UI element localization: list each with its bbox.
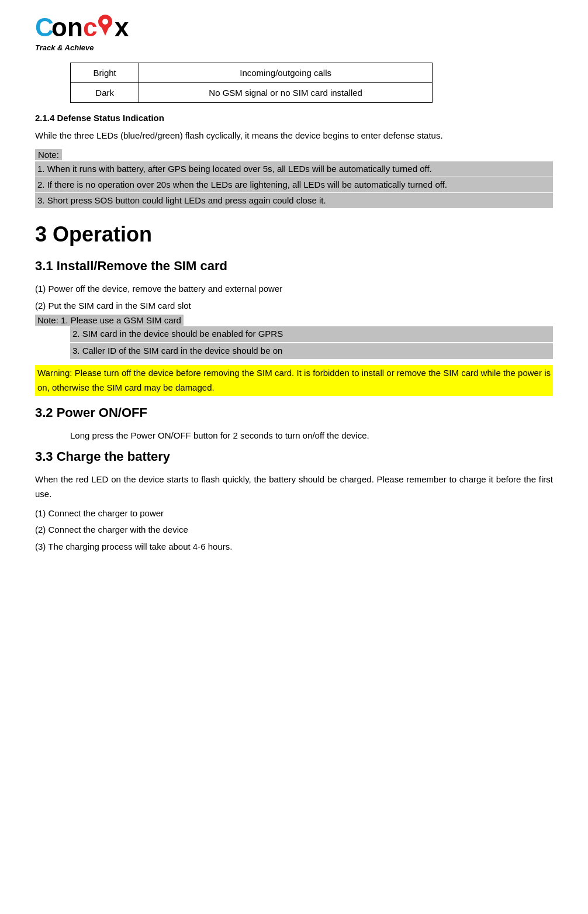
- svg-text:on: on: [51, 13, 83, 42]
- sim-warning: Warning: Please turn off the device befo…: [35, 365, 553, 396]
- charge-step-2: (2) Connect the charger with the device: [35, 523, 553, 537]
- section-214-body: While the three LEDs (blue/red/green) fl…: [35, 129, 553, 143]
- table-cell-incoming: Incoming/outgoing calls: [139, 63, 433, 83]
- section-33-title: 3.3 Charge the battery: [35, 449, 553, 464]
- header: C on c x Track & Achieve: [35, 12, 553, 52]
- table-cell-no-gsm: No GSM signal or no SIM card installed: [139, 83, 433, 103]
- sim-note-1-line: Note: 1. Please use a GSM SIM card: [35, 315, 553, 325]
- section-31-step-1: (1) Power off the device, remove the bat…: [35, 282, 553, 296]
- logo-icon: C on c x: [35, 12, 164, 42]
- section-32-body: Long press the Power ON/OFF button for 2…: [35, 429, 553, 443]
- section-33-body: When the red LED on the device starts to…: [35, 472, 553, 502]
- svg-text:C: C: [35, 13, 54, 42]
- note-item-1: 1. When it runs with battery, after GPS …: [35, 161, 553, 177]
- section-31-title: 3.1 Install/Remove the SIM card: [35, 258, 553, 274]
- led-status-table: Bright Incoming/outgoing calls Dark No G…: [70, 63, 433, 103]
- table-cell-dark: Dark: [71, 83, 139, 103]
- chapter-3-title: 3 Operation: [35, 222, 553, 247]
- svg-text:c: c: [83, 13, 97, 42]
- sim-note-2: 2. SIM card in the device should be enab…: [70, 326, 553, 342]
- sim-note-3-line: 3. Caller ID of the SIM card in the devi…: [35, 343, 553, 359]
- section-214: 2.1.4 Defense Status Indication While th…: [35, 111, 553, 143]
- svg-point-4: [102, 19, 108, 25]
- table-row: Bright Incoming/outgoing calls: [71, 63, 433, 83]
- sim-note-3: 3. Caller ID of the SIM card in the devi…: [70, 343, 553, 359]
- note-label: Note:: [35, 149, 62, 160]
- charge-step-1: (1) Connect the charger to power: [35, 506, 553, 521]
- table-row: Dark No GSM signal or no SIM card instal…: [71, 83, 433, 103]
- note-section: Note: 1. When it runs with battery, afte…: [35, 149, 553, 208]
- logo-container: C on c x Track & Achieve: [35, 12, 164, 52]
- note-item-3: 3. Short press SOS button could light LE…: [35, 193, 553, 208]
- section-32-title: 3.2 Power ON/OFF: [35, 405, 553, 420]
- sim-note-1: Note: 1. Please use a GSM SIM card: [35, 315, 184, 326]
- note-item-2: 2. If there is no operation over 20s whe…: [35, 177, 553, 192]
- sim-note-2-line: 2. SIM card in the device should be enab…: [35, 326, 553, 342]
- section-214-title: 2.1.4 Defense Status Indication: [35, 111, 553, 125]
- svg-text:x: x: [115, 13, 129, 42]
- tagline: Track & Achieve: [35, 43, 94, 52]
- logo-svg: C on c x: [35, 12, 164, 42]
- section-31-step-2: (2) Put the SIM card in the SIM card slo…: [35, 299, 553, 313]
- svg-marker-5: [101, 26, 109, 36]
- table-cell-bright: Bright: [71, 63, 139, 83]
- charge-step-3: (3) The charging process will take about…: [35, 540, 553, 554]
